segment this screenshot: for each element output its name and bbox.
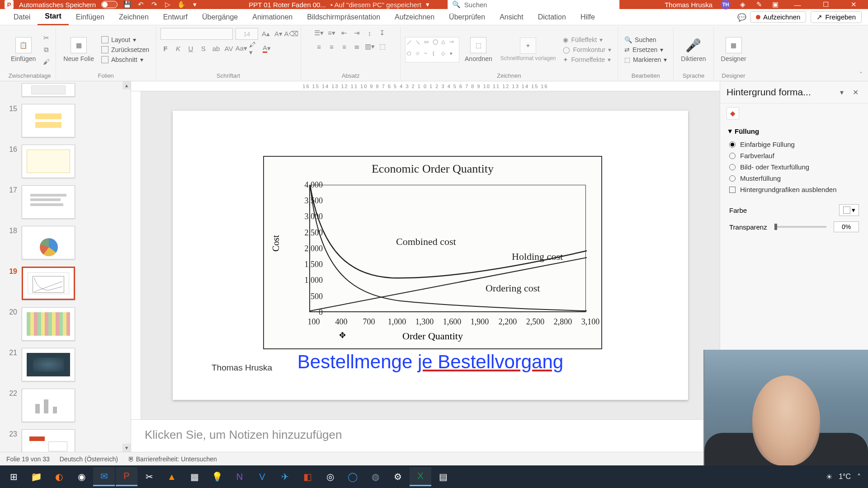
taskbar-telegram[interactable]: ✈ — [274, 467, 296, 486]
thumb-23[interactable] — [22, 429, 75, 452]
line-spacing-icon[interactable]: ↕ — [365, 28, 375, 38]
tab-dictation[interactable]: Dictation — [531, 9, 573, 25]
format-painter-icon[interactable]: 🖌 — [41, 56, 51, 66]
taskbar-app1[interactable]: ▦ — [184, 467, 205, 486]
align-center-icon[interactable]: ≡ — [327, 42, 337, 52]
taskbar-explorer[interactable]: 📁 — [25, 467, 47, 486]
strike-button[interactable]: S — [198, 43, 208, 53]
search-box[interactable]: 🔍 Suchen — [448, 0, 619, 11]
change-case-icon[interactable]: Aa▾ — [236, 43, 246, 53]
quickstyles-button[interactable]: ✦Schnellformat vorlagen — [498, 37, 559, 62]
tray-temp[interactable]: 1°C — [839, 473, 851, 481]
pane-close-icon[interactable]: ✕ — [853, 88, 862, 97]
shapes-gallery[interactable]: ／＼▭◯△⇨ ⬠☆~{◇▾ — [405, 37, 459, 62]
find-button[interactable]: 🔍Suchen — [623, 36, 669, 44]
designer-button[interactable]: ▦Designer — [718, 36, 749, 63]
shape-fill-button[interactable]: ◉Fülleffekt▾ — [561, 36, 613, 44]
from-beginning-icon[interactable]: ▷ — [164, 0, 172, 9]
taskbar-snip[interactable]: ✂ — [138, 467, 160, 486]
filename-dropdown-icon[interactable]: ▾ — [426, 0, 429, 9]
opt-hide-bg[interactable]: Hintergrundgrafiken ausblenden — [728, 184, 860, 195]
color-picker-button[interactable]: ▾ — [839, 204, 859, 216]
taskbar-vlc[interactable]: ▲ — [161, 467, 183, 486]
avatar[interactable]: TH — [721, 0, 731, 9]
slide-canvas[interactable]: Economic Order Quantity Cost 4,000 3,500… — [173, 111, 688, 400]
text-direction-icon[interactable]: ↧ — [377, 28, 387, 38]
align-left-icon[interactable]: ≡ — [314, 42, 324, 52]
tab-hilfe[interactable]: Hilfe — [573, 9, 602, 25]
select-button[interactable]: ⬚Markieren▾ — [623, 56, 669, 64]
columns-icon[interactable]: ▥▾ — [365, 42, 375, 52]
taskbar-app3[interactable]: ◍ — [364, 467, 386, 486]
tab-start[interactable]: Start — [38, 9, 68, 25]
font-size-select[interactable]: 14 — [236, 28, 258, 40]
thumbnail-panel[interactable]: ▴ 15 16 17 18 19 20 21 22 23 24 ▾ — [0, 81, 131, 452]
shrink-font-icon[interactable]: A▾ — [274, 29, 283, 39]
tab-ueberpruefen[interactable]: Überprüfen — [442, 9, 492, 25]
font-color-icon[interactable]: A▾ — [262, 43, 272, 53]
transparency-value[interactable]: 0% — [834, 221, 859, 232]
shape-effects-button[interactable]: ✦Formeffekte▾ — [561, 56, 613, 64]
taskbar-settings[interactable]: ⚙ — [387, 467, 409, 486]
thumb-scroll-up[interactable]: ▴ — [123, 81, 131, 89]
opt-picture[interactable]: Bild- oder Texturfüllung — [728, 161, 860, 173]
highlight-icon[interactable]: 🖍▾ — [249, 43, 259, 53]
bold-button[interactable]: F — [160, 43, 170, 53]
pane-dropdown-icon[interactable]: ▾ — [840, 88, 849, 97]
autosave-toggle[interactable] — [101, 1, 118, 8]
shadow-button[interactable]: ab — [211, 43, 221, 53]
close-button[interactable]: ✕ — [844, 0, 863, 9]
shape-outline-button[interactable]: ◯Formkontur▾ — [561, 46, 613, 54]
pen-icon[interactable]: ✎ — [755, 0, 763, 9]
touch-mode-icon[interactable]: ✋ — [177, 0, 185, 9]
fill-section-header[interactable]: ▾Füllung — [728, 127, 860, 135]
tab-animationen[interactable]: Animationen — [245, 9, 300, 25]
status-slide[interactable]: Folie 19 von 33 — [6, 455, 50, 463]
underline-button[interactable]: U — [186, 43, 196, 53]
record-button[interactable]: Aufzeichnen — [750, 11, 807, 23]
thumb-scroll-down[interactable]: ▾ — [123, 444, 131, 452]
font-family-select[interactable] — [160, 28, 233, 40]
tab-bildschirm[interactable]: Bildschirmpräsentation — [300, 9, 387, 25]
smartart-icon[interactable]: ⬚ — [377, 42, 387, 52]
taskbar-circle[interactable]: ◯ — [342, 467, 363, 486]
diamond-icon[interactable]: ◈ — [739, 0, 747, 9]
clear-format-icon[interactable]: A⌫ — [286, 29, 296, 39]
taskbar-firefox[interactable]: ◐ — [48, 467, 70, 486]
chart-image[interactable]: Economic Order Quantity Cost 4,000 3,500… — [263, 156, 602, 349]
new-slide-button[interactable]: ▦Neue Folie — [61, 36, 97, 63]
start-button[interactable]: ⊞ — [3, 467, 24, 486]
reset-button[interactable]: Zurücksetzen — [99, 46, 151, 54]
tab-zeichnen[interactable]: Zeichnen — [112, 9, 156, 25]
dictate-button[interactable]: 🎤Diktieren — [678, 36, 708, 63]
cut-icon[interactable]: ✂ — [41, 33, 51, 43]
bullets-icon[interactable]: ☰▾ — [314, 28, 324, 38]
replace-button[interactable]: ⇄Ersetzen▾ — [623, 46, 669, 54]
thumb-19[interactable] — [22, 267, 75, 300]
char-spacing-icon[interactable]: AV — [224, 43, 234, 53]
opt-pattern[interactable]: Musterfüllung — [728, 173, 860, 184]
comments-icon[interactable]: 💬 — [737, 13, 745, 21]
thumb-17[interactable] — [22, 185, 75, 219]
qat-more-icon[interactable]: ▾ — [191, 0, 199, 9]
thumb-14[interactable] — [22, 83, 75, 97]
minimize-button[interactable]: — — [788, 1, 807, 9]
taskbar-pdf[interactable]: ◧ — [297, 467, 318, 486]
thumb-18[interactable] — [22, 226, 75, 259]
user-name[interactable]: Thomas Hruska — [665, 1, 712, 9]
undo-icon[interactable]: ↶ — [137, 0, 145, 9]
opt-gradient[interactable]: Farbverlauf — [728, 150, 860, 161]
tab-datei[interactable]: Datei — [6, 9, 38, 25]
status-lang[interactable]: Deutsch (Österreich) — [60, 455, 118, 463]
indent-icon[interactable]: ⇥ — [352, 28, 362, 38]
thumb-16[interactable] — [22, 145, 75, 178]
transparency-slider[interactable] — [774, 226, 826, 228]
tab-entwurf[interactable]: Entwurf — [156, 9, 195, 25]
align-right-icon[interactable]: ≡ — [340, 42, 349, 52]
taskbar-powerpoint[interactable]: P — [116, 467, 137, 486]
numbering-icon[interactable]: ≡▾ — [327, 28, 337, 38]
fill-tab-icon[interactable]: ◆ — [726, 107, 739, 120]
taskbar-visio[interactable]: V — [251, 467, 273, 486]
tray-weather-icon[interactable]: ☀ — [826, 473, 832, 481]
taskbar-outlook[interactable]: ✉ — [93, 467, 115, 486]
